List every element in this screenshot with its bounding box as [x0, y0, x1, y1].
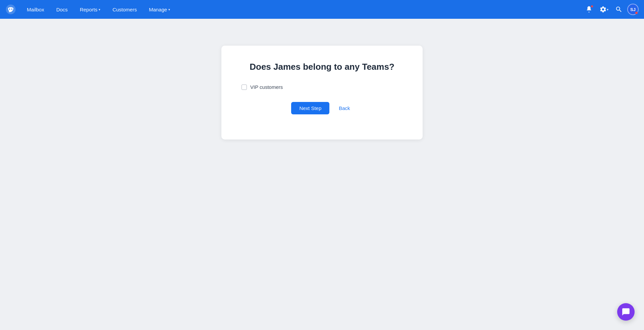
card-actions: Next Step Back [240, 102, 404, 114]
search-button[interactable] [613, 4, 625, 15]
manage-chevron-icon: ▾ [168, 8, 170, 11]
back-button[interactable]: Back [336, 102, 353, 114]
main-content: Does James belong to any Teams? VIP cust… [0, 19, 644, 330]
nav-icons: ▾ SJ [583, 4, 639, 15]
navbar: Mailbox Docs Reports ▾ Customers Manage … [0, 0, 644, 19]
card-title: Does James belong to any Teams? [240, 62, 404, 72]
avatar[interactable]: SJ [627, 4, 639, 15]
chat-bubble-button[interactable] [617, 303, 635, 321]
nav-docs[interactable]: Docs [51, 4, 73, 15]
vip-customers-checkbox[interactable] [241, 85, 247, 90]
next-step-button[interactable]: Next Step [291, 102, 329, 114]
notification-dot [591, 5, 593, 8]
chat-icon [622, 308, 630, 316]
nav-reports[interactable]: Reports ▾ [74, 4, 106, 15]
notifications-button[interactable] [583, 4, 595, 15]
svg-point-2 [11, 9, 12, 10]
vip-checkbox-row: VIP customers [241, 84, 404, 90]
settings-button[interactable]: ▾ [597, 4, 610, 15]
svg-point-1 [9, 9, 10, 10]
teams-card: Does James belong to any Teams? VIP cust… [221, 46, 423, 140]
reports-chevron-icon: ▾ [99, 8, 100, 11]
vip-customers-label[interactable]: VIP customers [250, 84, 283, 90]
nav-mailbox[interactable]: Mailbox [21, 4, 50, 15]
avatar-status-dot [635, 11, 638, 14]
settings-chevron-icon: ▾ [607, 8, 608, 11]
nav-customers[interactable]: Customers [107, 4, 142, 15]
logo[interactable] [5, 4, 16, 15]
nav-manage[interactable]: Manage ▾ [144, 4, 175, 15]
